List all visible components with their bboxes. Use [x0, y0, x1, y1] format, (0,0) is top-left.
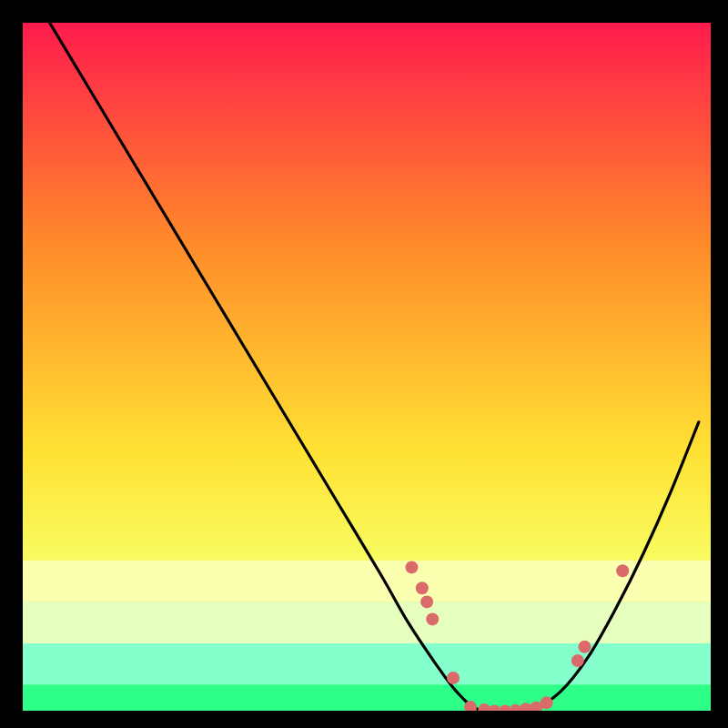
data-marker [416, 581, 429, 594]
gradient-band-2 [21, 643, 713, 685]
gradient-band-3 [21, 685, 713, 713]
gradient-band-0 [21, 561, 713, 602]
data-marker [426, 612, 439, 625]
data-marker [420, 595, 433, 608]
data-marker [405, 561, 418, 573]
data-marker [571, 654, 584, 667]
data-marker [578, 641, 591, 653]
data-marker [541, 696, 553, 709]
chart-frame: TheBottleneck.com [18, 18, 710, 710]
bottleneck-chart [21, 21, 713, 713]
data-marker [616, 564, 629, 577]
data-marker [447, 672, 460, 684]
